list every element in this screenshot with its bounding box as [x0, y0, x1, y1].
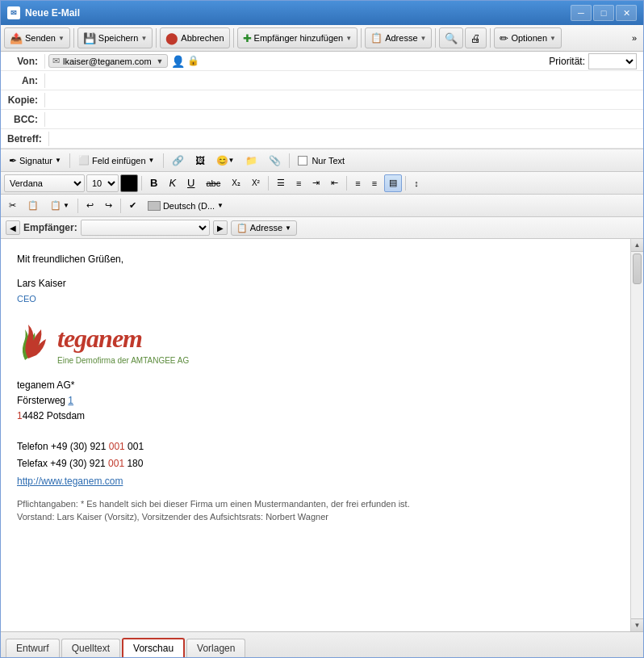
title-bar: ✉ Neue E-Mail ─ □ ✕	[1, 1, 643, 25]
empfaenger-button[interactable]: ✚ Empfänger hinzufügen ▼	[237, 27, 358, 48]
fmt-sep-1	[69, 153, 70, 168]
scroll-down-button[interactable]: ▼	[631, 618, 643, 631]
feld-einfuegen-dropdown[interactable]: ▼	[148, 157, 155, 164]
fmt-sep-2	[163, 153, 164, 168]
from-value-area: ✉ lkaiser@teganem.com ▼ 👤 🔒	[45, 52, 542, 69]
from-dropdown-button[interactable]: ▼	[157, 57, 164, 65]
folder-button[interactable]: 📁	[240, 152, 262, 170]
font-color-swatch[interactable]	[120, 174, 138, 192]
adresse-toolbar-icon: 📋	[370, 32, 383, 44]
bold-button[interactable]: B	[145, 174, 162, 192]
next-recipient-button[interactable]: ▶	[213, 220, 228, 235]
indent-button[interactable]: ⇥	[307, 174, 324, 192]
senden-icon: 📤	[10, 32, 23, 44]
company-logo-area: teganem Eine Demofirma der AMTANGEE AG	[17, 319, 614, 367]
optionen-button[interactable]: ✏ Optionen ▼	[494, 27, 562, 48]
to-input[interactable]	[45, 72, 643, 90]
undo-button[interactable]: ↩	[82, 197, 98, 215]
website-anchor[interactable]: http://www.teganem.com	[17, 476, 123, 487]
email-icon: ✉	[52, 56, 60, 66]
adresse-toolbar-button[interactable]: 📋 Adresse ▼	[365, 27, 432, 48]
email-body-wrapper[interactable]: Mit freundlichen Grüßen, Lars Kaiser CEO…	[1, 239, 630, 631]
fmt-sep-5	[268, 176, 269, 191]
priority-label: Priorität:	[549, 56, 585, 67]
link-icon: 🔗	[172, 155, 184, 166]
empfaenger-dropdown-arrow[interactable]: ▼	[345, 35, 352, 42]
paperclip-button[interactable]: 📎	[264, 152, 286, 170]
align-right-button[interactable]: ▤	[384, 174, 402, 192]
speichern-button[interactable]: 💾 Speichern ▼	[77, 27, 153, 48]
image-button[interactable]: 🖼	[190, 152, 210, 170]
close-button[interactable]: ✕	[616, 5, 637, 21]
language-dropdown[interactable]: ▼	[217, 202, 224, 209]
priority-select[interactable]	[588, 53, 637, 69]
outdent-button[interactable]: ⇤	[326, 174, 343, 192]
bottom-tabs: Entwurf Quelltext Vorschau Vorlagen	[1, 631, 643, 657]
search-button[interactable]: 🔍	[439, 27, 463, 48]
tab-entwurf[interactable]: Entwurf	[6, 639, 60, 657]
align-left-button[interactable]: ≡	[350, 174, 365, 192]
company-info: teganem AG* Försterweg 1 14482 Potsdam T…	[17, 378, 614, 489]
subject-input[interactable]	[49, 130, 643, 148]
company-name: teganem AG*	[17, 378, 614, 393]
minimize-button[interactable]: ─	[571, 5, 592, 21]
scrollbar[interactable]: ▲ ▼	[630, 239, 643, 631]
greeting-text: Mit freundlichen Grüßen,	[17, 252, 614, 266]
fmt-sep-7	[405, 176, 406, 191]
abbrechen-button[interactable]: ⬤ Abbrechen	[160, 27, 229, 48]
toolbar-overflow[interactable]: »	[629, 31, 640, 44]
signatur-icon: ✒	[9, 155, 17, 166]
website-link[interactable]: http://www.teganem.com	[17, 474, 614, 489]
adresse-dropdown-arrow[interactable]: ▼	[420, 35, 427, 42]
emoji-button[interactable]: 😊 ▼	[211, 152, 240, 170]
language-button[interactable]: Deutsch (D... ▼	[143, 197, 228, 215]
email-body: Mit freundlichen Grüßen, Lars Kaiser CEO…	[1, 239, 630, 562]
logo-main-text: teganem	[57, 319, 189, 358]
nur-text-button[interactable]: Nur Text	[293, 152, 349, 170]
tab-vorschau[interactable]: Vorschau	[122, 638, 185, 657]
link-button[interactable]: 🔗	[167, 152, 189, 170]
scroll-thumb[interactable]	[633, 254, 642, 284]
spellcheck-button[interactable]: ✔	[124, 197, 141, 215]
emoji-dropdown[interactable]: ▼	[228, 157, 235, 164]
subscript-button[interactable]: X₂	[227, 174, 245, 192]
signatur-dropdown[interactable]: ▼	[55, 157, 61, 164]
phone-line: Telefon +49 (30) 921 001 001	[17, 439, 614, 455]
adresse-button[interactable]: 📋 Adresse ▼	[231, 220, 297, 236]
italic-button[interactable]: K	[164, 174, 181, 192]
scroll-up-button[interactable]: ▲	[631, 239, 643, 252]
underline-button[interactable]: U	[182, 174, 199, 192]
signatur-button[interactable]: ✒ Signatur ▼	[4, 152, 66, 170]
font-size-select[interactable]: 10	[86, 174, 119, 192]
print-button[interactable]: 🖨	[465, 27, 487, 48]
tab-quelltext[interactable]: Quelltext	[61, 639, 120, 657]
adresse-dropdown[interactable]: ▼	[285, 224, 291, 232]
sender-name: Lars Kaiser	[17, 276, 614, 291]
superscript-button[interactable]: X²	[247, 174, 265, 192]
copy-button[interactable]: 📋	[23, 197, 44, 215]
prev-recipient-button[interactable]: ◀	[6, 220, 20, 235]
list-unordered-button[interactable]: ☰	[272, 174, 290, 192]
senden-dropdown-arrow[interactable]: ▼	[58, 35, 65, 42]
redo-button[interactable]: ↪	[100, 197, 117, 215]
cut-button[interactable]: ✂	[4, 197, 21, 215]
bcc-input[interactable]	[45, 111, 643, 128]
cc-input[interactable]	[45, 91, 643, 109]
recipients-select[interactable]	[81, 220, 210, 236]
speichern-dropdown-arrow[interactable]: ▼	[140, 35, 147, 42]
list-ordered-button[interactable]: ≡	[291, 174, 306, 192]
feld-einfuegen-button[interactable]: ⬜ Feld einfügen ▼	[73, 152, 160, 170]
font-family-select[interactable]: Verdana	[4, 174, 85, 192]
abbrechen-icon: ⬤	[165, 31, 178, 44]
toolbar-separator-2	[156, 28, 157, 48]
align-center-button[interactable]: ≡	[367, 174, 383, 192]
line-spacing-button[interactable]: ↕	[409, 174, 424, 192]
strikethrough-button[interactable]: abc	[201, 174, 225, 192]
language-label: Deutsch (D...	[163, 201, 215, 211]
senden-button[interactable]: 📤 Senden ▼	[4, 27, 70, 48]
tab-vorlagen[interactable]: Vorlagen	[186, 639, 245, 657]
nur-text-checkbox[interactable]	[298, 156, 307, 166]
paste-button[interactable]: 📋▼	[45, 197, 74, 215]
optionen-dropdown-arrow[interactable]: ▼	[550, 35, 556, 42]
maximize-button[interactable]: □	[593, 5, 614, 21]
